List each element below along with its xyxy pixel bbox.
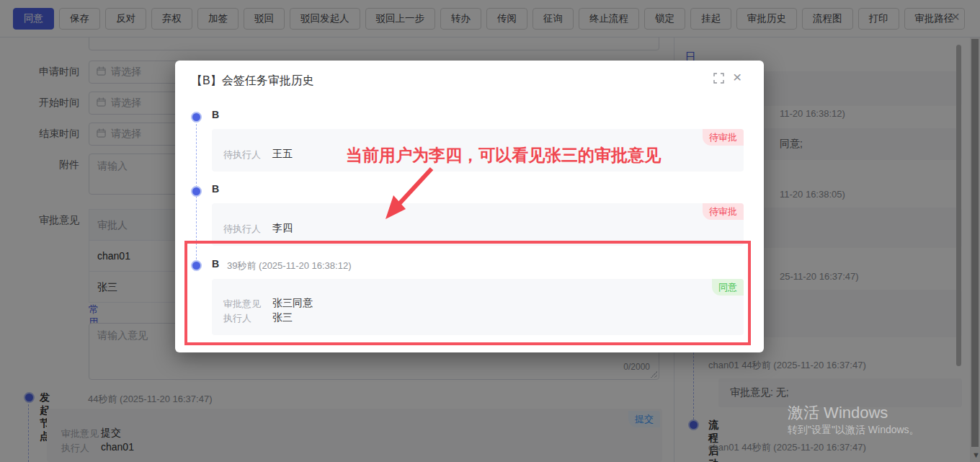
- pending-badge: 待审批: [703, 129, 744, 146]
- history-card: 待审批 待执行人 李四: [212, 203, 744, 246]
- timeline-dot: [191, 112, 202, 123]
- annotation-rectangle: [184, 241, 751, 345]
- history-node-title: B: [212, 109, 219, 120]
- pending-executor-label: 待执行人: [223, 148, 261, 161]
- app-window: 同意 保存 反对 弃权 加签 驳回 驳回发起人 驳回上一步 转办 传阅 征询 终…: [0, 0, 980, 462]
- annotation-arrow: [371, 164, 443, 226]
- annotation-text: 当前用户为李四，可以看见张三的审批意见: [346, 144, 661, 166]
- fullscreen-icon[interactable]: [713, 73, 724, 86]
- pending-badge: 待审批: [703, 203, 744, 220]
- pending-executor-value: 李四: [272, 222, 293, 235]
- windows-activation-watermark: 激活 Windows: [788, 402, 888, 424]
- pending-executor-label: 待执行人: [223, 223, 261, 236]
- modal-close-icon[interactable]: ×: [733, 69, 741, 84]
- windows-activation-watermark-sub: 转到"设置"以激活 Windows。: [788, 424, 919, 437]
- timeline-dot: [191, 186, 202, 197]
- pending-executor-value: 王五: [272, 148, 293, 161]
- modal-title: 【B】会签任务审批历史: [191, 74, 314, 89]
- history-node-title: B: [212, 183, 219, 195]
